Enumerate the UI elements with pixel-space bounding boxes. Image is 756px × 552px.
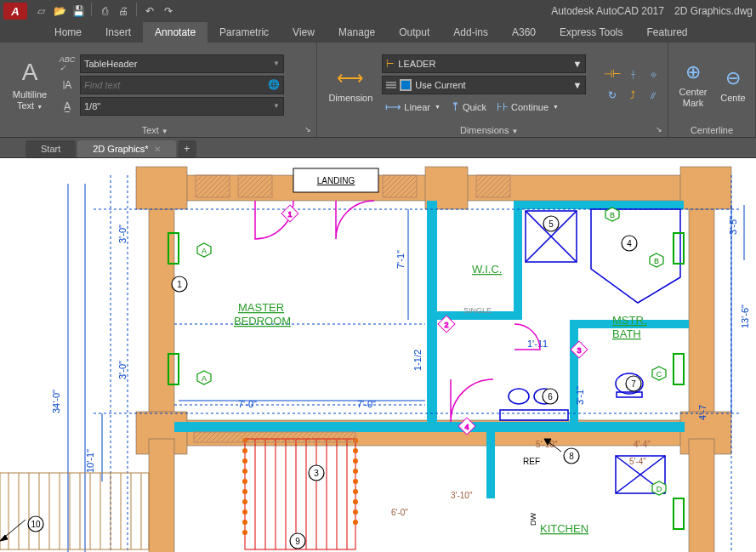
dim-oblique-icon[interactable]: ⫽: [644, 86, 662, 105]
dim-1-half: 1-1/2: [412, 350, 423, 371]
open-icon[interactable]: 📂: [51, 3, 68, 20]
svg-text:8: 8: [569, 452, 574, 461]
svg-point-81: [353, 448, 358, 453]
label-master: MASTER: [238, 301, 284, 314]
dim-layer-value: Use Current: [415, 80, 465, 90]
tab-express-tools[interactable]: Express Tools: [548, 22, 634, 43]
text-style-value: TableHeader: [84, 59, 137, 69]
floorplan-drawing: LANDING 34'-0" 10'-1" 3'-0" 3'-0" 13'-6"…: [0, 158, 756, 552]
undo-icon[interactable]: ↶: [141, 3, 158, 20]
drawing-canvas[interactable]: LANDING 34'-0" 10'-1" 3'-0" 3'-0" 13'-6"…: [0, 158, 756, 552]
label-wic: W.I.C.: [472, 263, 502, 276]
svg-text:A: A: [202, 247, 207, 255]
find-text-input[interactable]: 🌐: [80, 76, 284, 94]
quick-access-toolbar: ▱ 📂 💾 ⎙ 🖨 ↶ ↷: [32, 3, 177, 20]
tab-view[interactable]: View: [281, 22, 327, 43]
add-tab-button[interactable]: +: [178, 140, 196, 157]
ribbon-panel-text: A MultilineText ▼ ABC✓ |A A̲ TableHeader…: [0, 43, 317, 137]
svg-point-88: [353, 520, 358, 525]
svg-point-79: [242, 530, 247, 535]
label-bath: BATH: [612, 327, 641, 340]
svg-rect-24: [174, 422, 685, 432]
globe-icon: 🌐: [268, 79, 280, 90]
text-height-dropdown[interactable]: 1/8" ▼: [80, 97, 284, 116]
label-ref: REF: [523, 457, 540, 466]
panel-title-text[interactable]: Text▼ ↘: [5, 123, 311, 137]
dialog-launcher-icon[interactable]: ↘: [656, 125, 662, 134]
tab-a360[interactable]: A360: [500, 22, 548, 43]
find-text-field[interactable]: [84, 80, 268, 90]
svg-text:9: 9: [295, 537, 300, 546]
centerline-button[interactable]: ⊖ Cente: [716, 46, 750, 123]
svg-rect-52: [617, 392, 642, 397]
dimension-icon: ⟷: [337, 67, 364, 89]
app-name: Autodesk AutoCAD 2017: [551, 5, 664, 17]
centermark-button[interactable]: ⊕ CenterMark: [674, 46, 713, 123]
dim-3-10: 3'-10": [451, 491, 473, 500]
new-icon[interactable]: ▱: [32, 3, 49, 20]
tab-insert[interactable]: Insert: [94, 22, 143, 43]
redo-icon[interactable]: ↷: [160, 3, 177, 20]
dim-layer-dropdown[interactable]: Use Current ▼: [382, 76, 586, 94]
dim-quick-button[interactable]: ⤒ Quick: [447, 99, 490, 115]
dimension-button[interactable]: ⟷ Dimension: [322, 46, 378, 123]
dim-inspect-icon[interactable]: ⟐: [644, 65, 662, 83]
svg-rect-25: [486, 422, 495, 498]
dim-break-icon[interactable]: ⊣⊢: [603, 65, 622, 83]
app-logo-icon[interactable]: A: [3, 3, 27, 20]
svg-rect-13: [196, 175, 230, 197]
svg-rect-21: [514, 201, 684, 209]
svg-point-75: [242, 489, 247, 494]
dim-7-0a: 7'-0": [238, 399, 257, 409]
chevron-down-icon: ▼: [273, 102, 280, 110]
svg-text:4: 4: [464, 423, 469, 431]
tab-output[interactable]: Output: [387, 22, 441, 43]
dim-adjust-icon[interactable]: ⟊: [623, 65, 642, 83]
centerline-icon: ⊖: [725, 67, 741, 89]
ribbon-panel-dimensions: ⟷ Dimension ⊢ LEADER ▼ Use Current: [317, 43, 668, 137]
svg-point-72: [242, 458, 247, 464]
tab-parametric[interactable]: Parametric: [207, 22, 281, 43]
dim-jog-icon[interactable]: ⤴: [623, 86, 642, 105]
svg-point-71: [242, 448, 247, 453]
close-tab-icon[interactable]: ✕: [154, 145, 161, 154]
panel-title-dimensions[interactable]: Dimensions▼ ↘: [322, 123, 662, 137]
svg-text:A: A: [202, 374, 207, 383]
dim-update-icon[interactable]: ↻: [603, 86, 622, 105]
dim-6-0: 6'-0": [391, 508, 408, 517]
svg-rect-4: [136, 167, 187, 209]
svg-rect-59: [245, 439, 355, 549]
linear-icon: ⟼: [385, 100, 401, 113]
svg-text:1: 1: [287, 210, 292, 219]
svg-point-83: [353, 469, 358, 474]
svg-text:6: 6: [548, 392, 553, 401]
svg-text:2: 2: [444, 321, 448, 329]
text-height-icon[interactable]: A̲: [58, 97, 77, 116]
multiline-text-button[interactable]: A MultilineText ▼: [5, 46, 54, 123]
saveas-icon[interactable]: ⎙: [96, 3, 113, 20]
dim-continue-button[interactable]: ⊦⊦ Continue ▼: [493, 99, 562, 115]
file-name: 2D Graphics.dwg: [674, 5, 753, 17]
dim-linear-button[interactable]: ⟼ Linear ▼: [382, 99, 444, 115]
dialog-launcher-icon[interactable]: ↘: [304, 125, 311, 134]
label-single: SINGLE: [463, 306, 492, 315]
tab-addins[interactable]: Add-ins: [441, 22, 500, 43]
text-align-icon[interactable]: |A: [58, 76, 77, 94]
tab-featured[interactable]: Featured: [635, 22, 700, 43]
tab-home[interactable]: Home: [43, 22, 94, 43]
panel-title-centerlines[interactable]: Centerline: [674, 123, 750, 137]
print-icon[interactable]: 🖨: [115, 3, 132, 20]
save-icon[interactable]: 💾: [70, 3, 87, 20]
text-style-abc-icon[interactable]: ABC✓: [58, 54, 77, 73]
svg-rect-55: [500, 410, 568, 420]
svg-rect-6: [680, 167, 731, 209]
doctab-active[interactable]: 2D Graphics* ✕: [77, 140, 175, 157]
doctab-start[interactable]: Start: [26, 140, 76, 157]
tab-manage[interactable]: Manage: [327, 22, 387, 43]
tab-annotate[interactable]: Annotate: [143, 22, 207, 43]
continue-icon: ⊦⊦: [497, 100, 509, 113]
dim-style-value: LEADER: [398, 59, 435, 69]
svg-text:7: 7: [631, 379, 636, 389]
text-style-dropdown[interactable]: TableHeader ▼: [80, 54, 284, 73]
dim-style-dropdown[interactable]: ⊢ LEADER ▼: [382, 54, 586, 73]
